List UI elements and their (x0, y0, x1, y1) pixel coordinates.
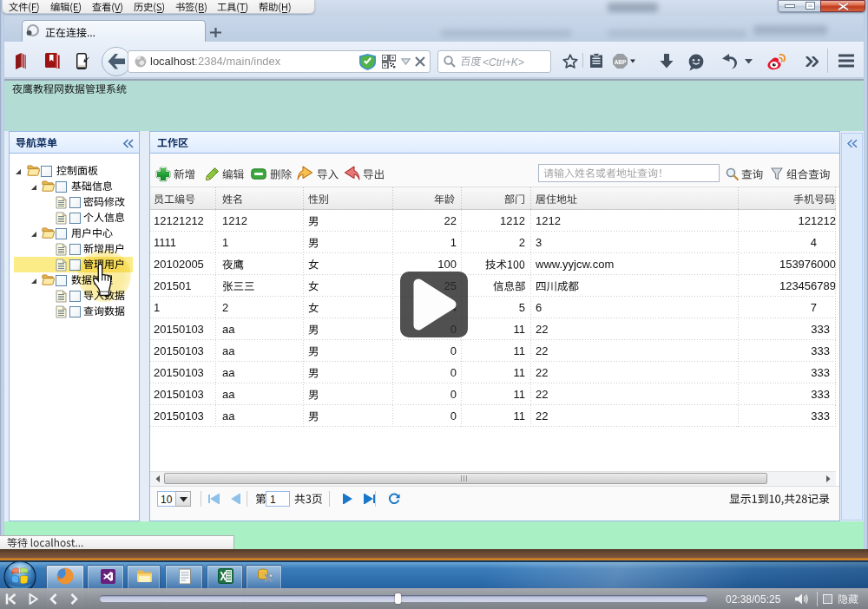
svg-text:ABP: ABP (615, 59, 627, 65)
